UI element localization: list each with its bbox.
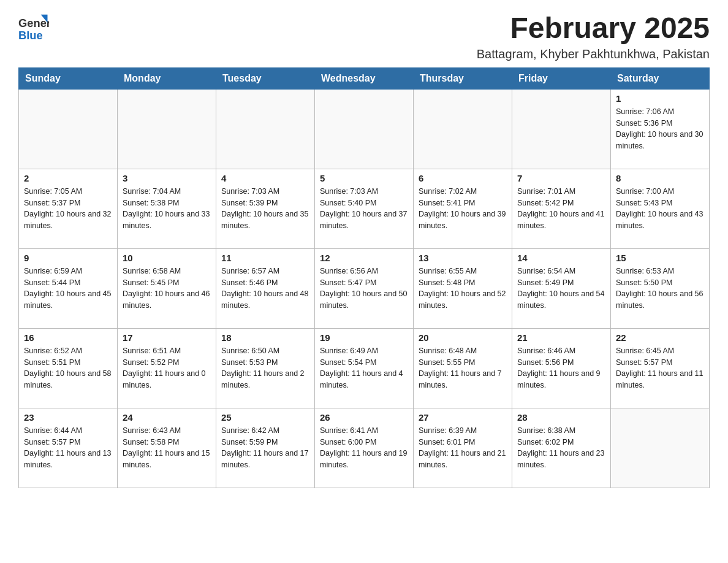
calendar-week-row: 16Sunrise: 6:52 AMSunset: 5:51 PMDayligh… <box>19 328 710 408</box>
day-number: 14 <box>517 253 605 263</box>
table-row: 7Sunrise: 7:01 AMSunset: 5:42 PMDaylight… <box>512 169 611 248</box>
table-row <box>512 89 611 169</box>
day-info: Sunrise: 6:44 AMSunset: 5:57 PMDaylight:… <box>24 425 112 471</box>
day-info: Sunrise: 6:51 AMSunset: 5:52 PMDaylight:… <box>123 345 211 391</box>
day-info: Sunrise: 6:46 AMSunset: 5:56 PMDaylight:… <box>517 345 605 391</box>
table-row: 4Sunrise: 7:03 AMSunset: 5:39 PMDaylight… <box>216 169 315 248</box>
day-info: Sunrise: 6:57 AMSunset: 5:46 PMDaylight:… <box>221 266 309 312</box>
day-number: 2 <box>24 173 112 183</box>
day-info: Sunrise: 6:43 AMSunset: 5:58 PMDaylight:… <box>123 425 211 471</box>
table-row: 15Sunrise: 6:53 AMSunset: 5:50 PMDayligh… <box>611 248 710 328</box>
table-row: 20Sunrise: 6:48 AMSunset: 5:55 PMDayligh… <box>414 328 512 408</box>
table-row: 1Sunrise: 7:06 AMSunset: 5:36 PMDaylight… <box>611 89 710 169</box>
day-info: Sunrise: 6:56 AMSunset: 5:47 PMDaylight:… <box>320 266 408 312</box>
table-row: 27Sunrise: 6:39 AMSunset: 6:01 PMDayligh… <box>414 408 512 488</box>
day-number: 20 <box>419 332 507 343</box>
header-wednesday: Wednesday <box>315 67 414 89</box>
day-info: Sunrise: 7:02 AMSunset: 5:41 PMDaylight:… <box>419 186 507 232</box>
table-row: 14Sunrise: 6:54 AMSunset: 5:49 PMDayligh… <box>512 248 611 328</box>
header-thursday: Thursday <box>414 67 512 89</box>
day-number: 19 <box>320 332 408 343</box>
day-number: 10 <box>123 253 211 263</box>
day-number: 5 <box>320 173 408 183</box>
day-number: 25 <box>221 412 309 423</box>
day-number: 12 <box>320 253 408 263</box>
table-row: 6Sunrise: 7:02 AMSunset: 5:41 PMDaylight… <box>414 169 512 248</box>
day-info: Sunrise: 7:05 AMSunset: 5:37 PMDaylight:… <box>24 186 112 232</box>
day-number: 22 <box>616 332 704 343</box>
table-row: 10Sunrise: 6:58 AMSunset: 5:45 PMDayligh… <box>118 248 216 328</box>
page-header: General Blue February 2025 Battagram, Kh… <box>18 12 710 61</box>
table-row: 28Sunrise: 6:38 AMSunset: 6:02 PMDayligh… <box>512 408 611 488</box>
day-info: Sunrise: 6:39 AMSunset: 6:01 PMDaylight:… <box>419 425 507 471</box>
table-row: 13Sunrise: 6:55 AMSunset: 5:48 PMDayligh… <box>414 248 512 328</box>
table-row: 22Sunrise: 6:45 AMSunset: 5:57 PMDayligh… <box>611 328 710 408</box>
table-row <box>315 89 414 169</box>
header-saturday: Saturday <box>611 67 710 89</box>
day-number: 18 <box>221 332 309 343</box>
day-number: 27 <box>419 412 507 423</box>
day-number: 11 <box>221 253 309 263</box>
day-info: Sunrise: 6:59 AMSunset: 5:44 PMDaylight:… <box>24 266 112 312</box>
day-number: 9 <box>24 253 112 263</box>
header-tuesday: Tuesday <box>216 67 315 89</box>
day-number: 3 <box>123 173 211 183</box>
table-row: 11Sunrise: 6:57 AMSunset: 5:46 PMDayligh… <box>216 248 315 328</box>
table-row: 24Sunrise: 6:43 AMSunset: 5:58 PMDayligh… <box>118 408 216 488</box>
title-section: February 2025 Battagram, Khyber Pakhtunk… <box>477 12 710 61</box>
day-info: Sunrise: 6:42 AMSunset: 5:59 PMDaylight:… <box>221 425 309 471</box>
day-number: 1 <box>616 93 704 104</box>
day-info: Sunrise: 7:04 AMSunset: 5:38 PMDaylight:… <box>123 186 211 232</box>
day-number: 15 <box>616 253 704 263</box>
day-info: Sunrise: 6:50 AMSunset: 5:53 PMDaylight:… <box>221 345 309 391</box>
day-number: 13 <box>419 253 507 263</box>
day-number: 26 <box>320 412 408 423</box>
table-row: 16Sunrise: 6:52 AMSunset: 5:51 PMDayligh… <box>19 328 118 408</box>
table-row <box>611 408 710 488</box>
day-info: Sunrise: 6:54 AMSunset: 5:49 PMDaylight:… <box>517 266 605 312</box>
table-row: 9Sunrise: 6:59 AMSunset: 5:44 PMDaylight… <box>19 248 118 328</box>
table-row: 5Sunrise: 7:03 AMSunset: 5:40 PMDaylight… <box>315 169 414 248</box>
day-number: 7 <box>517 173 605 183</box>
day-number: 17 <box>123 332 211 343</box>
day-number: 24 <box>123 412 211 423</box>
day-info: Sunrise: 7:03 AMSunset: 5:39 PMDaylight:… <box>221 186 309 232</box>
day-info: Sunrise: 6:38 AMSunset: 6:02 PMDaylight:… <box>517 425 605 471</box>
table-row: 19Sunrise: 6:49 AMSunset: 5:54 PMDayligh… <box>315 328 414 408</box>
table-row: 25Sunrise: 6:42 AMSunset: 5:59 PMDayligh… <box>216 408 315 488</box>
day-number: 16 <box>24 332 112 343</box>
table-row <box>19 89 118 169</box>
day-number: 8 <box>616 173 704 183</box>
day-info: Sunrise: 6:58 AMSunset: 5:45 PMDaylight:… <box>123 266 211 312</box>
header-sunday: Sunday <box>19 67 118 89</box>
table-row: 17Sunrise: 6:51 AMSunset: 5:52 PMDayligh… <box>118 328 216 408</box>
calendar-week-row: 1Sunrise: 7:06 AMSunset: 5:36 PMDaylight… <box>19 89 710 169</box>
calendar-table: Sunday Monday Tuesday Wednesday Thursday… <box>18 67 710 488</box>
day-number: 6 <box>419 173 507 183</box>
day-info: Sunrise: 7:03 AMSunset: 5:40 PMDaylight:… <box>320 186 408 232</box>
calendar-week-row: 23Sunrise: 6:44 AMSunset: 5:57 PMDayligh… <box>19 408 710 488</box>
day-info: Sunrise: 6:48 AMSunset: 5:55 PMDaylight:… <box>419 345 507 391</box>
day-info: Sunrise: 6:49 AMSunset: 5:54 PMDaylight:… <box>320 345 408 391</box>
day-info: Sunrise: 6:45 AMSunset: 5:57 PMDaylight:… <box>616 345 704 391</box>
svg-text:Blue: Blue <box>18 29 43 42</box>
day-info: Sunrise: 6:55 AMSunset: 5:48 PMDaylight:… <box>419 266 507 312</box>
calendar-week-row: 2Sunrise: 7:05 AMSunset: 5:37 PMDaylight… <box>19 169 710 248</box>
day-info: Sunrise: 6:53 AMSunset: 5:50 PMDaylight:… <box>616 266 704 312</box>
table-row: 3Sunrise: 7:04 AMSunset: 5:38 PMDaylight… <box>118 169 216 248</box>
table-row: 18Sunrise: 6:50 AMSunset: 5:53 PMDayligh… <box>216 328 315 408</box>
calendar-title: February 2025 <box>477 12 710 45</box>
header-friday: Friday <box>512 67 611 89</box>
table-row: 12Sunrise: 6:56 AMSunset: 5:47 PMDayligh… <box>315 248 414 328</box>
table-row <box>216 89 315 169</box>
day-info: Sunrise: 7:00 AMSunset: 5:43 PMDaylight:… <box>616 186 704 232</box>
day-number: 21 <box>517 332 605 343</box>
weekday-header-row: Sunday Monday Tuesday Wednesday Thursday… <box>19 67 710 89</box>
table-row <box>414 89 512 169</box>
calendar-subtitle: Battagram, Khyber Pakhtunkhwa, Pakistan <box>477 47 710 61</box>
day-number: 4 <box>221 173 309 183</box>
logo: General Blue <box>18 12 49 43</box>
day-info: Sunrise: 6:52 AMSunset: 5:51 PMDaylight:… <box>24 345 112 391</box>
table-row: 8Sunrise: 7:00 AMSunset: 5:43 PMDaylight… <box>611 169 710 248</box>
day-info: Sunrise: 7:06 AMSunset: 5:36 PMDaylight:… <box>616 106 704 152</box>
